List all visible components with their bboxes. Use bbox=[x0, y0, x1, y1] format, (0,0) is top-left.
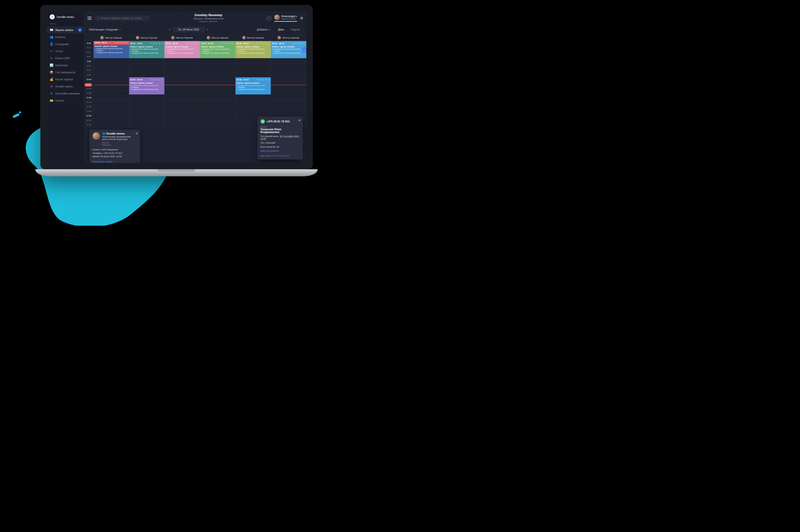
branch-select-link[interactable]: Выбрать филиал bbox=[194, 20, 223, 23]
check-icon: ⊘ bbox=[196, 42, 199, 44]
percent-icon: % bbox=[155, 79, 158, 81]
sidebar-item-1[interactable]: 👥Клиенты bbox=[47, 34, 84, 41]
grid-rows[interactable]: › 08:00 - 08:45↻✉%⧉⊘Клиент: Денис Агимов… bbox=[93, 41, 306, 127]
last-visit-label: Последний визит: bbox=[260, 135, 279, 137]
calendar-event[interactable]: 08:00 - 08:45↻✉%⧉⊘Клиент: Денис Агимов• … bbox=[271, 41, 306, 58]
sidebar-item-6[interactable]: 📦Учет материалов bbox=[47, 69, 84, 76]
sidebar-icon: ✉ bbox=[50, 56, 53, 60]
event-time: 08:00 - 08:45 bbox=[95, 41, 107, 44]
refresh-icon: ↻ bbox=[256, 79, 258, 81]
next-day-button[interactable]: › bbox=[205, 27, 211, 33]
sidebar-item-10[interactable]: 💳Оплата bbox=[47, 97, 84, 104]
sidebar-item-2[interactable]: 👤Сотрудники bbox=[47, 41, 84, 48]
sidebar-icon: 💳 bbox=[50, 99, 53, 102]
decorative-blob-dot bbox=[13, 111, 22, 118]
event-service: • Педикюр bbox=[95, 50, 128, 52]
check-icon: ⊘ bbox=[161, 79, 163, 81]
help-icon[interactable] bbox=[267, 16, 271, 20]
event-service: • Укладка волос феном (короткие) bbox=[272, 52, 305, 54]
tab-day[interactable]: День bbox=[275, 27, 287, 32]
percent-icon: % bbox=[262, 79, 264, 81]
badge: 1 bbox=[78, 28, 82, 32]
percent-icon: % bbox=[226, 42, 229, 44]
column-header[interactable]: Виктор Герасим bbox=[236, 35, 271, 41]
close-icon[interactable]: ✕ bbox=[298, 119, 301, 122]
user-menu[interactable]: Александра ▾ Администратор bbox=[274, 15, 297, 22]
sidebar-item-4[interactable]: ✉Email и SMS bbox=[47, 55, 84, 62]
column-headers: Виктор ГерасимВиктор ГерасимВиктор Герас… bbox=[93, 35, 306, 41]
sidebar-item-9[interactable]: ⚙Настройки компании bbox=[47, 90, 84, 97]
event-client: Клиент: Денис Агимов bbox=[237, 82, 270, 84]
calendar-event[interactable]: 08:00 - 08:45↻✉%⧉⊘Клиент: Денис Агимов• … bbox=[236, 77, 271, 94]
calendar-event[interactable]: 08:00 - 08:45↻✉%⧉⊘Клиент: Денис Агимов• … bbox=[200, 41, 236, 58]
column-header[interactable]: Виктор Герасим bbox=[164, 35, 200, 41]
date-navigator: ‹ Пн, 08 Июня 2020 › bbox=[167, 27, 211, 33]
staff-name: Виктор Герасим bbox=[212, 37, 229, 39]
event-service: • Укладка волос феном (короткие) bbox=[272, 48, 305, 50]
client-card-link[interactable]: Карточка клиента → bbox=[260, 150, 283, 152]
avatar bbox=[207, 36, 210, 40]
staff-name: Виктор Герасим bbox=[176, 37, 193, 39]
sidebar-label: Расчет зарплат bbox=[55, 78, 73, 81]
event-service: • Укладка волос феном (короткие) bbox=[130, 52, 163, 54]
caller-popup: ✕ ✆ +375 29 81 70 912 Клиент: Пекарская … bbox=[257, 117, 303, 159]
sidebar-item-7[interactable]: 💰Расчет зарплат bbox=[47, 76, 84, 83]
event-time: 08:00 - 08:45 bbox=[201, 42, 213, 45]
sidebar-item-0[interactable]: 📖Журнал записи1 bbox=[47, 26, 84, 34]
event-service: • Укладка волос феном (короткие) bbox=[237, 52, 270, 54]
staff-name: Виктор Герасим bbox=[105, 37, 122, 39]
message-icon: ✉ bbox=[152, 79, 155, 81]
gender: Пол: Женский bbox=[260, 141, 300, 144]
close-icon[interactable]: ✕ bbox=[135, 132, 138, 135]
staff-name: Виктор Герасим bbox=[283, 37, 299, 39]
time-slot: 12:15 bbox=[85, 118, 93, 123]
calendar-event[interactable]: 08:00 - 08:45↻✉%⧉⊘Клиент: Денис Агимов• … bbox=[236, 41, 271, 58]
calendar-event[interactable]: 08:00 - 08:45↻✉%⧉⊘Клиент: Денис Агимов• … bbox=[164, 41, 200, 58]
sidebar-icon: 🏷 bbox=[50, 50, 53, 53]
percent-icon: % bbox=[155, 42, 158, 44]
menu-section-label: Меню bbox=[47, 22, 84, 26]
sidebar-label: Оплата bbox=[55, 99, 64, 102]
time-slot: 9:00 bbox=[85, 59, 93, 64]
column-header[interactable]: Виктор Герасим bbox=[129, 35, 165, 41]
scroll-right-button[interactable]: › bbox=[302, 47, 306, 52]
refresh-icon: ↻ bbox=[221, 42, 223, 44]
globe-icon: 🌐 bbox=[102, 132, 105, 135]
time-slot: 11:00 bbox=[85, 95, 93, 100]
user-name: Александра bbox=[281, 15, 295, 18]
calendar-event[interactable]: 08:00 - 08:45↻✉%⧉⊘Клиент: Денис Агимов• … bbox=[129, 77, 165, 94]
event-service: • Педикюр bbox=[201, 50, 234, 52]
time-slot: 11:15 bbox=[85, 100, 93, 104]
tab-week[interactable]: Неделя bbox=[287, 27, 303, 32]
column-header[interactable]: Виктор Герасим bbox=[271, 35, 306, 41]
avatar bbox=[274, 15, 280, 20]
sidebar-item-3[interactable]: 🏷Услуги bbox=[47, 48, 84, 55]
menu-toggle-icon[interactable] bbox=[88, 17, 92, 20]
event-service: • Педикюр bbox=[237, 50, 270, 52]
search-input[interactable] bbox=[101, 17, 147, 20]
logo[interactable]: I Онлайн запись bbox=[47, 11, 84, 22]
current-date[interactable]: Пн, 08 Июня 2020 bbox=[173, 27, 205, 32]
column-header[interactable]: Виктор Герасим bbox=[200, 35, 236, 41]
calendar-event[interactable]: 08:00 - 08:45↻✉%⧉⊘Клиент: Денис Агимов• … bbox=[129, 41, 165, 58]
copy-icon: ⧉ bbox=[158, 42, 160, 44]
add-dropdown[interactable]: Добавить▾ bbox=[255, 27, 272, 32]
time-slot: 11:45 bbox=[85, 109, 93, 114]
column-header[interactable]: Виктор Герасим bbox=[93, 35, 129, 41]
view-record-link[interactable]: Посмотреть запись → bbox=[93, 160, 116, 163]
gear-icon[interactable]: ⚙ bbox=[300, 16, 303, 20]
phone-icon: ✆ bbox=[260, 119, 265, 124]
prev-day-button[interactable]: ‹ bbox=[167, 27, 173, 33]
search-input-wrap[interactable]: ⌕ bbox=[94, 15, 150, 21]
time-slot: 12:30 bbox=[85, 123, 93, 127]
chevron-down-icon: ▾ bbox=[270, 28, 271, 31]
copy-icon: ⧉ bbox=[300, 42, 302, 44]
event-client: Клиент: Денис Агимов bbox=[201, 45, 234, 48]
sidebar-item-8[interactable]: 🖥Онлайн запись bbox=[47, 83, 84, 90]
calendar-event[interactable]: 08:00 - 08:45↻✉%⧉⊘Клиент: Денис Агимов• … bbox=[93, 41, 129, 58]
avatar bbox=[278, 36, 281, 40]
sidebar-icon: 📊 bbox=[50, 63, 53, 67]
sidebar-label: Услуги bbox=[55, 50, 63, 53]
sidebar-item-5[interactable]: 📊Аналитика bbox=[47, 62, 84, 69]
staff-filter-dropdown[interactable]: Работающие сотрудники▾ bbox=[88, 27, 122, 32]
